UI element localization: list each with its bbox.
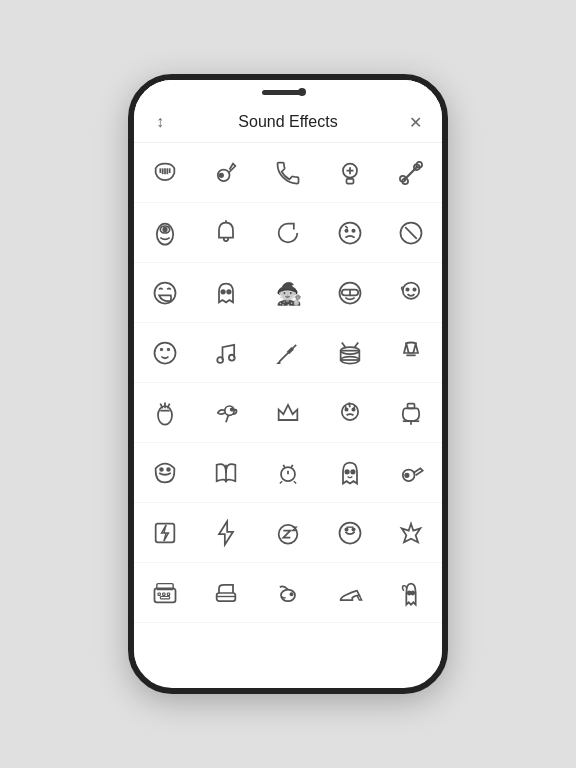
svg-point-25 — [228, 290, 232, 294]
page-title: Sound Effects — [238, 113, 337, 131]
sound-cry[interactable] — [319, 383, 381, 443]
sound-mouse[interactable] — [257, 563, 319, 623]
sound-whistle2[interactable] — [380, 443, 442, 503]
svg-line-42 — [354, 342, 358, 347]
svg-rect-72 — [158, 593, 160, 595]
sound-crown[interactable] — [257, 383, 319, 443]
sound-lightning[interactable] — [196, 503, 258, 563]
svg-point-80 — [408, 591, 411, 594]
sound-toilet[interactable] — [380, 383, 442, 443]
svg-point-18 — [339, 222, 360, 243]
sound-alarm[interactable] — [257, 443, 319, 503]
svg-rect-73 — [162, 593, 164, 595]
svg-point-67 — [345, 528, 347, 530]
sound-bell[interactable] — [196, 203, 258, 263]
sound-ghost[interactable] — [196, 263, 258, 323]
sound-sad[interactable] — [319, 203, 381, 263]
sound-whistle[interactable] — [196, 143, 258, 203]
svg-point-45 — [158, 406, 172, 425]
sound-police[interactable] — [319, 143, 381, 203]
content-area: 🧙 — [134, 143, 442, 669]
sound-witch[interactable]: 🧙 — [257, 263, 319, 323]
sound-laugh[interactable] — [134, 263, 196, 323]
sound-music[interactable] — [196, 323, 258, 383]
sound-minion[interactable] — [134, 203, 196, 263]
sound-eagle[interactable] — [380, 503, 442, 563]
svg-point-56 — [167, 468, 170, 471]
sound-heel[interactable] — [319, 563, 381, 623]
svg-point-35 — [229, 354, 235, 360]
svg-line-37 — [288, 348, 293, 353]
sound-book[interactable] — [196, 443, 258, 503]
sort-icon[interactable]: ↕ — [148, 110, 172, 134]
svg-point-61 — [351, 470, 355, 474]
sound-refresh[interactable] — [257, 203, 319, 263]
close-button[interactable]: ✕ — [404, 110, 428, 134]
phone-frame: 中国联通 ▲ 下午2:47 @ 100% ↕ Sound Effects ✕ — [128, 74, 448, 694]
sound-mask[interactable] — [134, 443, 196, 503]
sound-shush[interactable] — [319, 503, 381, 563]
svg-rect-75 — [160, 596, 169, 598]
sound-phone[interactable] — [257, 143, 319, 203]
sound-kid[interactable] — [380, 263, 442, 323]
svg-text:🧙: 🧙 — [276, 281, 302, 307]
svg-point-66 — [339, 522, 360, 543]
svg-point-55 — [160, 468, 163, 471]
front-camera — [298, 88, 306, 96]
sound-ghost2[interactable] — [319, 443, 381, 503]
svg-point-33 — [154, 342, 175, 363]
sound-clap[interactable] — [134, 383, 196, 443]
sound-bird[interactable] — [196, 383, 258, 443]
sound-cheers[interactable] — [380, 323, 442, 383]
svg-rect-8 — [346, 178, 353, 183]
svg-point-81 — [411, 591, 414, 594]
sound-ghost3[interactable] — [380, 563, 442, 623]
sound-cool[interactable] — [319, 263, 381, 323]
svg-point-31 — [407, 288, 409, 290]
svg-point-60 — [345, 470, 349, 474]
header: ↕ Sound Effects ✕ — [134, 102, 442, 143]
sound-bone[interactable] — [380, 143, 442, 203]
sound-typewriter[interactable] — [134, 563, 196, 623]
svg-line-22 — [405, 227, 417, 239]
sound-lightning-box[interactable] — [134, 503, 196, 563]
sound-no[interactable] — [380, 203, 442, 263]
svg-rect-74 — [167, 593, 169, 595]
svg-point-47 — [231, 408, 233, 410]
svg-point-63 — [405, 473, 409, 477]
svg-line-41 — [341, 342, 345, 347]
svg-rect-39 — [340, 350, 359, 359]
notch-area — [134, 80, 442, 108]
svg-point-16 — [163, 227, 167, 231]
svg-point-19 — [345, 229, 347, 231]
svg-point-20 — [352, 229, 354, 231]
svg-point-68 — [352, 528, 354, 530]
sound-drum[interactable] — [319, 323, 381, 383]
svg-point-32 — [414, 288, 416, 290]
svg-point-6 — [220, 173, 224, 177]
svg-point-24 — [222, 290, 226, 294]
speaker — [262, 90, 302, 95]
sound-dizzy[interactable] — [134, 323, 196, 383]
icon-grid: 🧙 — [134, 143, 442, 623]
sound-sword[interactable] — [257, 323, 319, 383]
sound-teeth[interactable] — [134, 143, 196, 203]
sound-stapler[interactable] — [196, 563, 258, 623]
sound-sleep[interactable] — [257, 503, 319, 563]
svg-point-79 — [290, 593, 292, 595]
